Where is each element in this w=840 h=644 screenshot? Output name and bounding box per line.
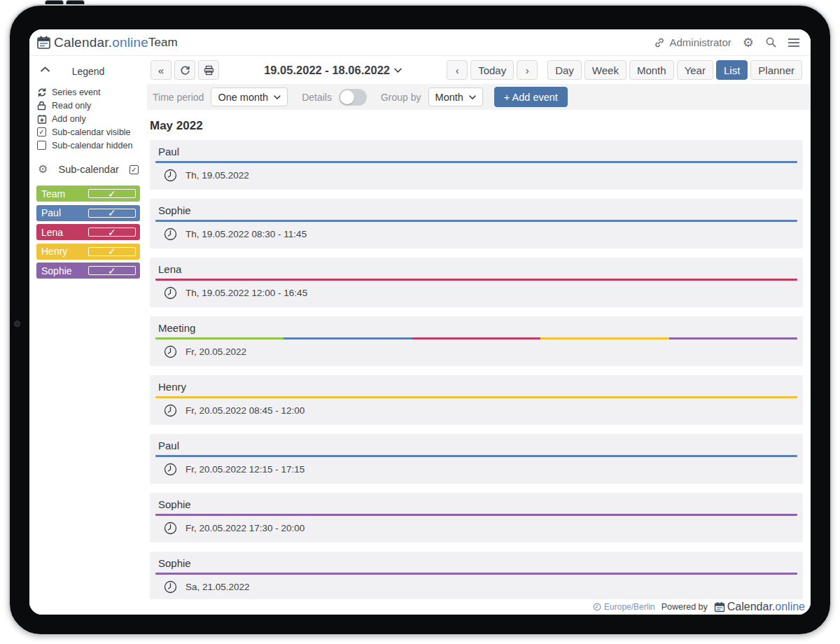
subcalendar-item-checkbox[interactable]: ✓ bbox=[88, 266, 136, 275]
view-button-month[interactable]: Month bbox=[629, 60, 674, 80]
event-title: Paul bbox=[150, 140, 803, 161]
legend-header: Legend bbox=[36, 63, 140, 80]
legend-title: Legend bbox=[72, 66, 105, 77]
toolbar: « 19.05.2022 - 18.06.2022 bbox=[147, 56, 811, 84]
event-time-label: Fr, 20.05.2022 17:30 - 20:00 bbox=[186, 523, 304, 533]
calendar-logo-icon bbox=[36, 35, 51, 50]
event-card[interactable]: Lena Th, 19.05.2022 12:00 - 16:45 bbox=[150, 258, 803, 307]
event-title: Meeting bbox=[150, 316, 803, 337]
event-color-line bbox=[155, 455, 797, 457]
legend-item-subcalendar-hidden: Sub-calendar hidden bbox=[36, 139, 140, 152]
add-event-button[interactable]: + Add event bbox=[494, 87, 568, 107]
legend-list: Series event Read only Sub bbox=[36, 85, 140, 152]
event-card[interactable]: Henry Fr, 20.05.2022 08:45 - 12:00 bbox=[150, 375, 803, 425]
calendar-logo-icon bbox=[714, 601, 725, 612]
next-period-button[interactable]: › bbox=[517, 60, 538, 80]
event-card[interactable]: Sophie Sa, 21.05.2022 bbox=[150, 552, 803, 601]
event-time-label: Fr, 20.05.2022 bbox=[186, 346, 246, 357]
subcalendar-item-checkbox[interactable]: ✓ bbox=[88, 209, 136, 218]
subcalendar-settings-icon[interactable]: ⚙ bbox=[38, 164, 48, 175]
subcalendar-item-label: Sophie bbox=[41, 265, 88, 276]
subcalendar-item-lena[interactable]: Lena ✓ bbox=[36, 224, 140, 240]
group-by-label: Group by bbox=[381, 92, 421, 103]
view-button-planner[interactable]: Planner bbox=[750, 60, 802, 80]
view-button-day[interactable]: Day bbox=[547, 60, 582, 80]
details-toggle[interactable] bbox=[339, 89, 367, 106]
subcalendar-item-team[interactable]: Team ✓ bbox=[36, 186, 140, 202]
print-button[interactable] bbox=[198, 60, 219, 80]
toolbar-left-group: « bbox=[150, 60, 219, 80]
subcalendar-all-checkbox[interactable]: ✓ bbox=[130, 165, 139, 174]
date-range-selector[interactable]: 19.05.2022 - 18.06.2022 bbox=[219, 64, 447, 77]
powered-by-label: Powered by bbox=[662, 602, 708, 612]
clock-icon bbox=[164, 227, 177, 241]
app-window: Calendar.online Team Administrator ⚙ bbox=[29, 29, 811, 615]
view-button-list[interactable]: List bbox=[716, 60, 748, 80]
time-period-select[interactable]: One month bbox=[211, 88, 288, 106]
subcalendar-item-label: Paul bbox=[41, 207, 88, 218]
event-list-container[interactable]: May 2022 Paul Th, 19.05.2022 Sophie Th, … bbox=[147, 110, 811, 615]
subcalendar-item-sophie[interactable]: Sophie ✓ bbox=[36, 262, 140, 279]
search-icon[interactable] bbox=[765, 36, 777, 48]
administrator-menu[interactable]: Administrator bbox=[654, 36, 732, 48]
timezone-link[interactable]: Europe/Berlin bbox=[593, 602, 655, 612]
footer-logo[interactable]: Calendar.online bbox=[714, 601, 805, 613]
logo-text: Calendar.online bbox=[54, 35, 148, 50]
event-title: Sophie bbox=[150, 493, 803, 514]
date-range-label: 19.05.2022 - 18.06.2022 bbox=[264, 64, 390, 77]
legend-item-read-only: Read only bbox=[36, 99, 140, 112]
month-heading: May 2022 bbox=[150, 119, 803, 133]
clock-icon bbox=[164, 345, 177, 358]
clock-icon bbox=[164, 286, 177, 300]
event-list: Paul Th, 19.05.2022 Sophie Th, 19.05.202… bbox=[150, 140, 803, 615]
event-color-line bbox=[155, 279, 797, 281]
administrator-label: Administrator bbox=[670, 36, 732, 48]
event-time-label: Fr, 20.05.2022 08:45 - 12:00 bbox=[186, 405, 304, 416]
app-logo[interactable]: Calendar.online bbox=[36, 35, 147, 50]
subcalendar-item-checkbox[interactable]: ✓ bbox=[88, 189, 136, 198]
event-card[interactable]: Paul Th, 19.05.2022 bbox=[150, 140, 803, 190]
subcalendar-item-checkbox[interactable]: ✓ bbox=[88, 227, 136, 237]
header-actions: Administrator ⚙ bbox=[654, 36, 800, 49]
event-time-label: Th, 19.05.2022 12:00 - 16:45 bbox=[186, 288, 307, 298]
tablet-camera bbox=[14, 321, 20, 327]
refresh-button[interactable] bbox=[174, 60, 195, 80]
page: Calendar.online Team Administrator ⚙ bbox=[0, 0, 840, 644]
event-time-row: Fr, 20.05.2022 08:45 - 12:00 bbox=[150, 398, 803, 425]
sidebar: Legend Series event bbox=[29, 56, 147, 615]
calendar-plus-icon bbox=[36, 114, 47, 124]
subcalendar-item-paul[interactable]: Paul ✓ bbox=[36, 205, 140, 221]
event-color-line bbox=[155, 220, 797, 222]
filter-bar: Time period One month Details Group by M… bbox=[147, 84, 811, 110]
subcalendar-item-label: Lena bbox=[41, 227, 88, 238]
event-card[interactable]: Meeting Fr, 20.05.2022 bbox=[150, 316, 803, 366]
view-button-year[interactable]: Year bbox=[677, 60, 713, 80]
event-color-line bbox=[155, 573, 797, 575]
collapse-sidebar-button[interactable]: « bbox=[150, 60, 172, 80]
event-time-label: Sa, 21.05.2022 bbox=[186, 582, 250, 592]
today-button[interactable]: Today bbox=[470, 60, 514, 80]
event-card[interactable]: Sophie Th, 19.05.2022 08:30 - 11:45 bbox=[150, 199, 803, 248]
checkbox-checked-icon: ✓ bbox=[36, 127, 47, 136]
event-title: Henry bbox=[150, 375, 803, 396]
group-by-select[interactable]: Month bbox=[428, 88, 483, 106]
subcalendar-item-label: Henry bbox=[41, 246, 88, 257]
collapse-legend-icon[interactable] bbox=[41, 66, 50, 72]
event-title: Sophie bbox=[150, 199, 803, 220]
event-time-label: Fr, 20.05.2022 12:15 - 17:15 bbox=[186, 464, 304, 475]
settings-gear-icon[interactable]: ⚙ bbox=[743, 36, 754, 49]
subcalendar-header: ⚙ Sub-calendar ✓ bbox=[38, 160, 139, 178]
menu-icon[interactable] bbox=[788, 38, 799, 47]
prev-period-button[interactable]: ‹ bbox=[447, 60, 468, 80]
event-card[interactable]: Sophie Fr, 20.05.2022 17:30 - 20:00 bbox=[150, 493, 803, 542]
details-label: Details bbox=[302, 92, 332, 103]
event-time-row: Fr, 20.05.2022 bbox=[150, 340, 803, 366]
subcalendar-item-checkbox[interactable]: ✓ bbox=[88, 247, 136, 256]
time-period-label: Time period bbox=[153, 92, 204, 103]
view-button-week[interactable]: Week bbox=[584, 60, 626, 80]
event-card[interactable]: Paul Fr, 20.05.2022 12:15 - 17:15 bbox=[150, 434, 803, 484]
chevron-down-icon bbox=[394, 68, 402, 73]
subcalendar-item-henry[interactable]: Henry ✓ bbox=[36, 244, 140, 260]
view-switcher: Day Week Month Year List Planner bbox=[547, 60, 802, 80]
chevron-down-icon bbox=[274, 95, 281, 99]
